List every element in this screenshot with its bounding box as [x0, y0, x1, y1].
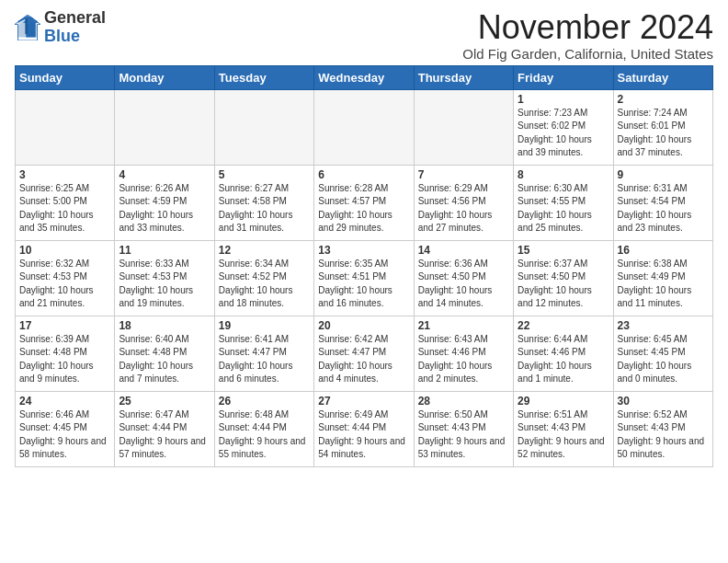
calendar-cell: 30Sunrise: 6:52 AM Sunset: 4:43 PM Dayli…: [613, 391, 712, 466]
calendar-cell: 11Sunrise: 6:33 AM Sunset: 4:53 PM Dayli…: [115, 240, 214, 316]
day-info: Sunrise: 6:37 AM Sunset: 4:50 PM Dayligh…: [518, 258, 609, 311]
day-number: 3: [19, 168, 110, 181]
calendar-cell: 18Sunrise: 6:40 AM Sunset: 4:48 PM Dayli…: [115, 316, 214, 391]
calendar-cell: 10Sunrise: 6:32 AM Sunset: 4:53 PM Dayli…: [16, 240, 115, 316]
day-number: 1: [518, 93, 609, 106]
day-info: Sunrise: 6:46 AM Sunset: 4:45 PM Dayligh…: [19, 408, 110, 462]
day-info: Sunrise: 6:33 AM Sunset: 4:53 PM Dayligh…: [119, 258, 210, 311]
day-number: 12: [219, 244, 310, 257]
logo-general: General: [44, 8, 106, 27]
logo-blue: Blue: [44, 27, 80, 45]
calendar-cell: 17Sunrise: 6:39 AM Sunset: 4:48 PM Dayli…: [16, 316, 115, 391]
day-info: Sunrise: 6:26 AM Sunset: 4:59 PM Dayligh…: [119, 182, 210, 236]
calendar-cell: 2Sunrise: 7:24 AM Sunset: 6:01 PM Daylig…: [613, 89, 712, 165]
day-info: Sunrise: 6:40 AM Sunset: 4:48 PM Dayligh…: [119, 333, 210, 386]
day-number: 21: [418, 319, 509, 332]
calendar-cell: 9Sunrise: 6:31 AM Sunset: 4:54 PM Daylig…: [613, 165, 712, 240]
calendar-cell: 5Sunrise: 6:27 AM Sunset: 4:58 PM Daylig…: [214, 165, 313, 240]
calendar-cell: 16Sunrise: 6:38 AM Sunset: 4:49 PM Dayli…: [613, 240, 712, 316]
calendar-cell: [314, 89, 414, 165]
week-row-1: 1Sunrise: 7:23 AM Sunset: 6:02 PM Daylig…: [16, 89, 713, 165]
day-info: Sunrise: 6:27 AM Sunset: 4:58 PM Dayligh…: [219, 182, 310, 236]
weekday-header-wednesday: Wednesday: [314, 65, 414, 89]
calendar-cell: 8Sunrise: 6:30 AM Sunset: 4:55 PM Daylig…: [514, 165, 613, 240]
calendar-cell: 7Sunrise: 6:29 AM Sunset: 4:56 PM Daylig…: [414, 165, 513, 240]
calendar-cell: [414, 89, 513, 165]
calendar-cell: [16, 89, 115, 165]
day-number: 25: [119, 395, 210, 408]
day-number: 6: [318, 168, 409, 181]
logo-text: General Blue: [44, 9, 106, 46]
calendar-cell: 6Sunrise: 6:28 AM Sunset: 4:57 PM Daylig…: [314, 165, 414, 240]
day-number: 11: [119, 244, 210, 257]
day-number: 22: [518, 319, 609, 332]
page: General Blue November 2024 Old Fig Garde…: [0, 0, 728, 473]
weekday-header-thursday: Thursday: [414, 65, 513, 89]
calendar-cell: [214, 89, 313, 165]
day-number: 8: [518, 168, 609, 181]
day-info: Sunrise: 6:38 AM Sunset: 4:49 PM Dayligh…: [618, 258, 709, 311]
day-info: Sunrise: 6:48 AM Sunset: 4:44 PM Dayligh…: [219, 408, 310, 462]
svg-rect-5: [25, 17, 28, 34]
day-number: 27: [318, 395, 409, 408]
calendar-cell: 24Sunrise: 6:46 AM Sunset: 4:45 PM Dayli…: [16, 391, 115, 466]
calendar-cell: 28Sunrise: 6:50 AM Sunset: 4:43 PM Dayli…: [414, 391, 513, 466]
day-number: 15: [518, 244, 609, 257]
day-info: Sunrise: 6:36 AM Sunset: 4:50 PM Dayligh…: [418, 258, 509, 311]
day-number: 16: [618, 244, 709, 257]
day-info: Sunrise: 6:32 AM Sunset: 4:53 PM Dayligh…: [19, 258, 110, 311]
calendar-cell: 19Sunrise: 6:41 AM Sunset: 4:47 PM Dayli…: [214, 316, 313, 391]
weekday-header-monday: Monday: [115, 65, 214, 89]
day-info: Sunrise: 6:47 AM Sunset: 4:44 PM Dayligh…: [119, 408, 210, 462]
location: Old Fig Garden, California, United State…: [462, 46, 713, 62]
day-info: Sunrise: 7:23 AM Sunset: 6:02 PM Dayligh…: [518, 107, 609, 160]
week-row-2: 3Sunrise: 6:25 AM Sunset: 5:00 PM Daylig…: [16, 165, 713, 240]
day-info: Sunrise: 6:43 AM Sunset: 4:46 PM Dayligh…: [418, 333, 509, 386]
day-number: 20: [318, 319, 409, 332]
day-info: Sunrise: 6:28 AM Sunset: 4:57 PM Dayligh…: [318, 182, 409, 236]
calendar-cell: 1Sunrise: 7:23 AM Sunset: 6:02 PM Daylig…: [514, 89, 613, 165]
calendar-cell: [115, 89, 214, 165]
calendar-cell: 12Sunrise: 6:34 AM Sunset: 4:52 PM Dayli…: [214, 240, 313, 316]
day-info: Sunrise: 6:49 AM Sunset: 4:44 PM Dayligh…: [318, 408, 409, 462]
day-number: 14: [418, 244, 509, 257]
day-number: 19: [219, 319, 310, 332]
day-number: 10: [19, 244, 110, 257]
calendar-cell: 23Sunrise: 6:45 AM Sunset: 4:45 PM Dayli…: [613, 316, 712, 391]
day-info: Sunrise: 6:51 AM Sunset: 4:43 PM Dayligh…: [518, 408, 609, 462]
day-info: Sunrise: 6:31 AM Sunset: 4:54 PM Dayligh…: [618, 182, 709, 236]
day-number: 5: [219, 168, 310, 181]
day-info: Sunrise: 6:45 AM Sunset: 4:45 PM Dayligh…: [618, 333, 709, 386]
day-number: 28: [418, 395, 509, 408]
week-row-4: 17Sunrise: 6:39 AM Sunset: 4:48 PM Dayli…: [16, 316, 713, 391]
day-info: Sunrise: 6:30 AM Sunset: 4:55 PM Dayligh…: [518, 182, 609, 236]
calendar-cell: 25Sunrise: 6:47 AM Sunset: 4:44 PM Dayli…: [115, 391, 214, 466]
day-number: 17: [19, 319, 110, 332]
day-number: 13: [318, 244, 409, 257]
header: General Blue November 2024 Old Fig Garde…: [15, 9, 713, 62]
calendar-cell: 3Sunrise: 6:25 AM Sunset: 5:00 PM Daylig…: [16, 165, 115, 240]
day-number: 30: [618, 395, 709, 408]
day-number: 26: [219, 395, 310, 408]
day-info: Sunrise: 6:29 AM Sunset: 4:56 PM Dayligh…: [418, 182, 509, 236]
day-number: 18: [119, 319, 210, 332]
calendar-cell: 29Sunrise: 6:51 AM Sunset: 4:43 PM Dayli…: [514, 391, 613, 466]
calendar-cell: 13Sunrise: 6:35 AM Sunset: 4:51 PM Dayli…: [314, 240, 414, 316]
title-block: November 2024 Old Fig Garden, California…: [462, 9, 713, 62]
calendar: SundayMondayTuesdayWednesdayThursdayFrid…: [15, 65, 713, 467]
day-info: Sunrise: 6:25 AM Sunset: 5:00 PM Dayligh…: [19, 182, 110, 236]
day-info: Sunrise: 6:44 AM Sunset: 4:46 PM Dayligh…: [518, 333, 609, 386]
day-number: 23: [618, 319, 709, 332]
day-number: 9: [618, 168, 709, 181]
day-info: Sunrise: 6:34 AM Sunset: 4:52 PM Dayligh…: [219, 258, 310, 311]
day-info: Sunrise: 6:42 AM Sunset: 4:47 PM Dayligh…: [318, 333, 409, 386]
calendar-cell: 26Sunrise: 6:48 AM Sunset: 4:44 PM Dayli…: [214, 391, 313, 466]
calendar-cell: 21Sunrise: 6:43 AM Sunset: 4:46 PM Dayli…: [414, 316, 513, 391]
day-info: Sunrise: 6:39 AM Sunset: 4:48 PM Dayligh…: [19, 333, 110, 386]
month-title: November 2024: [462, 9, 713, 46]
calendar-cell: 27Sunrise: 6:49 AM Sunset: 4:44 PM Dayli…: [314, 391, 414, 466]
day-number: 2: [618, 93, 709, 106]
logo: General Blue: [15, 9, 106, 46]
day-info: Sunrise: 6:41 AM Sunset: 4:47 PM Dayligh…: [219, 333, 310, 386]
day-number: 4: [119, 168, 210, 181]
